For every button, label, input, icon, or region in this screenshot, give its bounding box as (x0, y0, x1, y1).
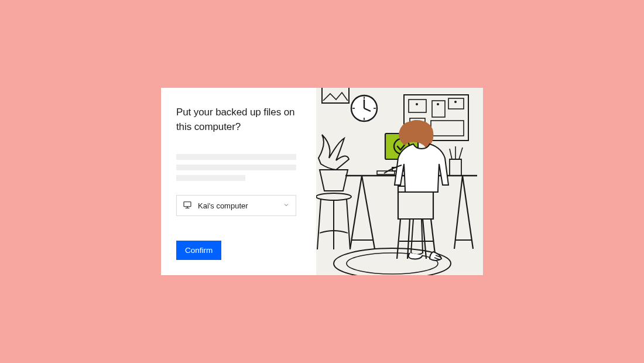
svg-point-20 (454, 101, 457, 103)
placeholder-line (176, 175, 245, 181)
confirm-button[interactable]: Confirm (176, 241, 221, 260)
illustration-panel (316, 88, 483, 275)
placeholder-line (176, 154, 296, 160)
chevron-down-icon (283, 201, 290, 210)
description-placeholder (176, 154, 301, 181)
backup-restore-dialog: Put your backed up files on this compute… (161, 88, 483, 275)
svg-rect-0 (184, 201, 191, 206)
dialog-left-panel: Put your backed up files on this compute… (161, 88, 316, 275)
placeholder-line (176, 165, 296, 170)
dialog-title: Put your backed up files on this compute… (176, 105, 301, 134)
monitor-icon (183, 200, 192, 211)
svg-point-18 (416, 103, 418, 105)
dialog-actions: Confirm (176, 224, 301, 260)
source-computer-select[interactable]: Kai's computer (176, 195, 296, 216)
select-value: Kai's computer (198, 201, 277, 210)
svg-point-19 (437, 103, 439, 105)
